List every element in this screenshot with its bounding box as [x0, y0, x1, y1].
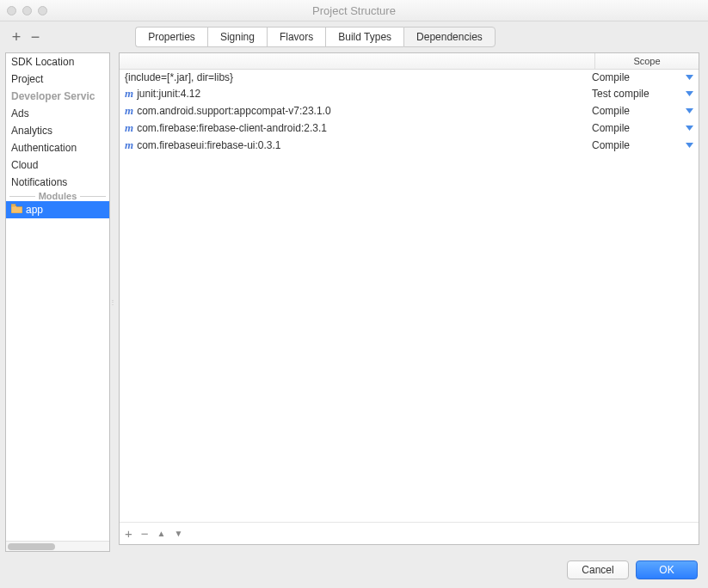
scope-dropdown[interactable] — [678, 143, 693, 148]
tab-flavors[interactable]: Flavors — [267, 27, 325, 47]
sidebar-module-app-label: app — [26, 204, 43, 216]
top-row: + − Properties Signing Flavors Build Typ… — [0, 21, 708, 52]
sidebar-item-notifications[interactable]: Notifications — [6, 174, 109, 191]
sidebar-list: SDK Location Project Developer Servic Ad… — [5, 52, 110, 552]
dependency-label: junit:junit:4.12 — [137, 88, 200, 100]
move-down-button[interactable]: ▼ — [174, 529, 182, 538]
scope-value: Test compile — [592, 88, 678, 100]
sidebar-item-cloud[interactable]: Cloud — [6, 156, 109, 174]
sidebar-item-authentication[interactable]: Authentication — [6, 139, 109, 156]
scope-value: Compile — [592, 105, 678, 117]
tab-build-types[interactable]: Build Types — [325, 27, 403, 47]
close-window-icon[interactable] — [7, 6, 16, 15]
titlebar: Project Structure — [0, 0, 708, 21]
dependency-label: {include=[*.jar], dir=libs} — [125, 71, 233, 83]
sidebar-scrollbar[interactable] — [6, 541, 109, 551]
svg-marker-5 — [686, 143, 693, 148]
tab-dependencies[interactable]: Dependencies — [403, 27, 496, 47]
svg-marker-3 — [686, 108, 693, 113]
scope-dropdown[interactable] — [678, 108, 693, 113]
folder-icon — [11, 204, 22, 216]
sidebar-item-analytics[interactable]: Analytics — [6, 122, 109, 139]
dependency-label: com.firebase:firebase-client-android:2.3… — [137, 122, 327, 134]
dependencies-header: Scope — [120, 53, 699, 70]
sidebar-section-developer-services: Developer Servic — [6, 88, 109, 105]
sidebar-item-ads[interactable]: Ads — [6, 105, 109, 122]
tab-properties[interactable]: Properties — [135, 27, 207, 47]
dependency-label: com.android.support:appcompat-v7:23.1.0 — [137, 105, 330, 117]
modules-label-text: Modules — [39, 191, 77, 201]
dependencies-footer-toolbar: + − ▲ ▼ — [120, 522, 699, 544]
project-structure-window: Project Structure + − Properties Signing… — [0, 0, 708, 588]
svg-marker-2 — [686, 91, 693, 96]
column-dependency[interactable] — [120, 53, 595, 69]
sidebar: SDK Location Project Developer Servic Ad… — [0, 52, 110, 552]
svg-marker-1 — [686, 75, 693, 80]
zoom-window-icon[interactable] — [38, 6, 47, 15]
scope-value: Compile — [592, 122, 678, 134]
maven-icon: m — [125, 121, 133, 135]
tab-signing[interactable]: Signing — [207, 27, 267, 47]
column-scope[interactable]: Scope — [595, 53, 699, 69]
ok-button[interactable]: OK — [636, 560, 698, 579]
move-up-button[interactable]: ▲ — [157, 529, 166, 538]
scope-dropdown[interactable] — [678, 75, 693, 80]
dependencies-table: Scope {include=[*.jar], dir=libs} Compil… — [119, 52, 699, 545]
dependencies-body: {include=[*.jar], dir=libs} Compile m ju… — [120, 70, 699, 522]
scope-dropdown[interactable] — [678, 126, 693, 131]
maven-icon: m — [125, 138, 133, 152]
svg-marker-4 — [686, 126, 693, 131]
modules-section-label: Modules — [6, 191, 109, 201]
table-row[interactable]: m com.android.support:appcompat-v7:23.1.… — [120, 102, 699, 119]
traffic-lights — [7, 6, 47, 15]
dialog-buttons: Cancel OK — [0, 552, 708, 588]
content: SDK Location Project Developer Servic Ad… — [0, 52, 708, 552]
sidebar-scrollbar-thumb[interactable] — [8, 543, 55, 550]
svg-rect-0 — [11, 205, 15, 206]
scope-value: Compile — [592, 139, 678, 151]
table-row[interactable]: {include=[*.jar], dir=libs} Compile — [120, 70, 699, 85]
table-row[interactable]: m junit:junit:4.12 Test compile — [120, 85, 699, 102]
sidebar-item-sdk-location[interactable]: SDK Location — [6, 53, 109, 70]
scope-dropdown[interactable] — [678, 91, 693, 96]
scope-value: Compile — [592, 71, 678, 83]
dependencies-panel: Scope {include=[*.jar], dir=libs} Compil… — [115, 52, 708, 552]
remove-dependency-button[interactable]: − — [141, 526, 149, 541]
maven-icon: m — [125, 87, 133, 101]
table-row[interactable]: m com.firebase:firebase-client-android:2… — [120, 119, 699, 137]
window-title: Project Structure — [0, 4, 708, 17]
sidebar-item-project[interactable]: Project — [6, 70, 109, 88]
dependency-label: com.firebaseui:firebase-ui:0.3.1 — [137, 139, 280, 151]
remove-module-button[interactable]: − — [28, 28, 43, 46]
tabs-bar: Properties Signing Flavors Build Types D… — [135, 27, 496, 47]
sidebar-module-app[interactable]: app — [6, 201, 109, 218]
maven-icon: m — [125, 104, 133, 118]
add-module-button[interactable]: + — [9, 28, 24, 46]
add-dependency-button[interactable]: + — [125, 526, 132, 541]
table-row[interactable]: m com.firebaseui:firebase-ui:0.3.1 Compi… — [120, 137, 699, 154]
cancel-button[interactable]: Cancel — [567, 560, 629, 579]
minimize-window-icon[interactable] — [22, 6, 32, 15]
